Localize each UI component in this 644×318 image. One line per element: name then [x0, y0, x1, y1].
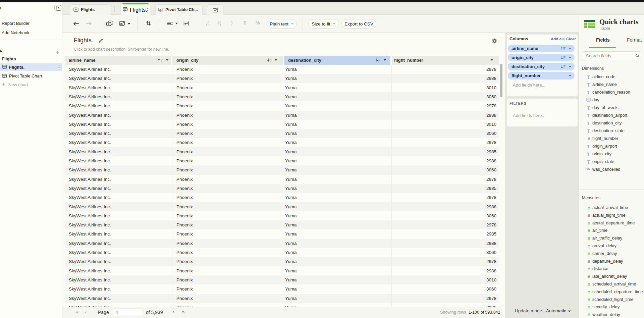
svg-text:.00: .00 [217, 21, 221, 24]
svg-text:.0: .0 [207, 21, 210, 24]
